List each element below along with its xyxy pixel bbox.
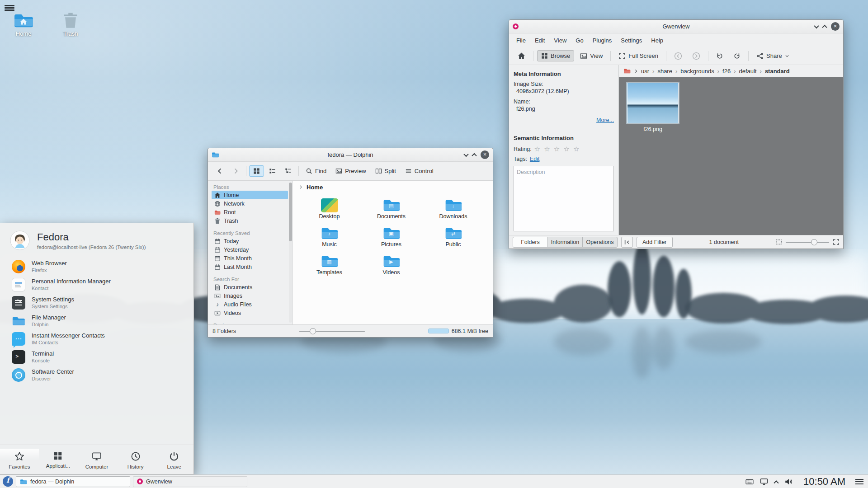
rotate-right-button[interactable] xyxy=(729,50,745,62)
forward-button[interactable] xyxy=(228,165,243,177)
dolphin-titlebar[interactable]: fedora — Dolphin × xyxy=(208,148,493,162)
menu-settings[interactable]: Settings xyxy=(616,35,646,46)
next-button[interactable] xyxy=(688,50,704,62)
menu-plugins[interactable]: Plugins xyxy=(588,35,617,46)
minimize-button[interactable] xyxy=(814,23,819,28)
breadcrumb-segment[interactable]: backgrounds xyxy=(680,68,714,75)
tab-leave[interactable]: Leave xyxy=(155,449,193,469)
places-item-this-month[interactable]: This Month xyxy=(212,254,288,263)
avatar xyxy=(10,230,30,250)
maximize-button[interactable] xyxy=(822,24,827,29)
launcher-item-im-contacts[interactable]: Instant Messenger ContactsIM Contacts xyxy=(0,330,193,348)
folder-item-documents[interactable]: ▤ Documents xyxy=(360,196,422,224)
places-item-today[interactable]: Today xyxy=(212,237,288,245)
menu-view[interactable]: View xyxy=(549,35,571,46)
menu-help[interactable]: Help xyxy=(646,35,668,46)
gwenview-titlebar[interactable]: Gwenview × xyxy=(509,20,843,33)
clock[interactable]: 10:50 AM xyxy=(803,476,845,488)
tab-applications[interactable]: Applicati... xyxy=(39,449,78,469)
launcher-item-web-browser[interactable]: Web BrowserFirefox xyxy=(0,258,193,276)
places-item-videos[interactable]: Videos xyxy=(212,309,288,317)
minimize-button[interactable] xyxy=(463,151,468,156)
find-button[interactable]: Find xyxy=(302,165,330,177)
tab-information[interactable]: Information xyxy=(547,237,583,248)
desktop-icon-home[interactable]: Home xyxy=(8,12,39,37)
menu-edit[interactable]: Edit xyxy=(530,35,549,46)
back-button[interactable] xyxy=(212,165,227,177)
tab-favorites[interactable]: Favorites xyxy=(0,449,39,469)
icon-size-slider[interactable] xyxy=(299,328,365,334)
tab-folders[interactable]: Folders xyxy=(513,237,548,248)
breadcrumb-segment[interactable]: usr xyxy=(641,68,649,75)
places-item-home[interactable]: Home xyxy=(212,191,288,199)
rating-stars[interactable]: ☆ ☆ ☆ ☆ ☆ xyxy=(534,145,580,153)
tags-edit-link[interactable]: Edit xyxy=(530,156,540,162)
folder-item-videos[interactable]: ▶ Videos xyxy=(360,252,422,280)
zoom-slider[interactable] xyxy=(786,239,829,245)
desktop-icon-trash[interactable]: Trash xyxy=(55,12,86,37)
places-item-network[interactable]: Network xyxy=(212,199,288,208)
desktop-toolbox-icon[interactable] xyxy=(4,3,15,13)
places-item-yesterday[interactable]: Yesterday xyxy=(212,245,288,254)
preview-button[interactable]: Preview xyxy=(331,165,370,177)
tab-history[interactable]: History xyxy=(116,449,155,469)
more-link[interactable]: More... xyxy=(596,117,614,123)
application-launcher-button[interactable]: f xyxy=(3,476,13,487)
close-button[interactable]: × xyxy=(481,150,489,159)
display-icon[interactable] xyxy=(760,478,768,486)
control-button[interactable]: Control xyxy=(401,165,438,177)
places-item-audio-files[interactable]: ♪Audio Files xyxy=(212,300,288,309)
folder-item-pictures[interactable]: ▣ Pictures xyxy=(360,224,422,252)
icons-view-button[interactable] xyxy=(249,165,264,177)
folder-item-downloads[interactable]: ↓ Downloads xyxy=(422,196,484,224)
home-button[interactable] xyxy=(514,50,529,62)
places-item-documents[interactable]: Documents xyxy=(212,283,288,291)
task-gwenview[interactable]: Gwenview xyxy=(133,476,247,487)
maximize-button[interactable] xyxy=(472,153,476,158)
menu-go[interactable]: Go xyxy=(571,35,588,46)
thumbnail-item[interactable]: f26.png xyxy=(625,83,680,132)
menu-file[interactable]: File xyxy=(512,35,530,46)
view-button[interactable]: View xyxy=(576,50,607,62)
details-view-button[interactable] xyxy=(281,165,296,177)
folder-item-music[interactable]: ♪ Music xyxy=(298,224,360,252)
launcher-item-software-center[interactable]: Software CenterDiscover xyxy=(0,366,193,384)
breadcrumb-segment[interactable]: share xyxy=(657,68,672,75)
folder-item-desktop[interactable]: Desktop xyxy=(298,196,360,224)
folder-item-templates[interactable]: ▥ Templates xyxy=(298,252,360,280)
breadcrumb-segment[interactable]: f26 xyxy=(722,68,731,75)
tray-expander-icon[interactable] xyxy=(774,480,778,485)
places-item-images[interactable]: Images xyxy=(212,291,288,300)
full-screen-button[interactable]: Full Screen xyxy=(614,50,662,62)
location-segment-home[interactable]: Home xyxy=(307,184,323,191)
launcher-item-system-settings[interactable]: System SettingsSystem Settings xyxy=(0,294,193,312)
folder-item-public[interactable]: ⇄ Public xyxy=(422,224,484,252)
collapse-sidebar-button[interactable] xyxy=(621,237,633,248)
share-button[interactable]: Share xyxy=(752,50,793,62)
breadcrumb-segment-current[interactable]: standard xyxy=(765,68,790,75)
launcher-item-terminal[interactable]: TerminalKonsole xyxy=(0,348,193,366)
panel-settings-icon[interactable] xyxy=(855,478,863,486)
browse-button[interactable]: Browse xyxy=(537,50,574,61)
breadcrumb-segment[interactable]: default xyxy=(739,68,757,75)
volume-icon[interactable] xyxy=(784,478,793,486)
split-button[interactable]: Split xyxy=(371,165,400,177)
description-input[interactable] xyxy=(514,166,614,231)
task-dolphin[interactable]: fedora — Dolphin xyxy=(16,476,130,487)
launcher-item-file-manager[interactable]: File ManagerDolphin xyxy=(0,312,193,330)
places-item-last-month[interactable]: Last Month xyxy=(212,263,288,271)
launcher-item-pim[interactable]: Personal Information ManagerKontact xyxy=(0,276,193,294)
places-scrollbar[interactable] xyxy=(289,183,292,323)
places-item-root[interactable]: Root xyxy=(212,208,288,216)
add-filter-button[interactable]: Add Filter xyxy=(637,237,673,248)
previous-button[interactable] xyxy=(670,50,686,62)
zoom-full-icon[interactable] xyxy=(833,239,840,245)
close-button[interactable]: × xyxy=(831,22,840,31)
compact-view-button[interactable] xyxy=(265,165,280,177)
tab-operations[interactable]: Operations xyxy=(582,237,618,248)
places-item-trash[interactable]: Trash xyxy=(212,216,288,225)
tab-computer[interactable]: Computer xyxy=(77,449,116,469)
zoom-fit-icon[interactable] xyxy=(775,239,782,245)
rotate-left-button[interactable] xyxy=(712,50,727,62)
keyboard-icon[interactable] xyxy=(745,478,754,486)
